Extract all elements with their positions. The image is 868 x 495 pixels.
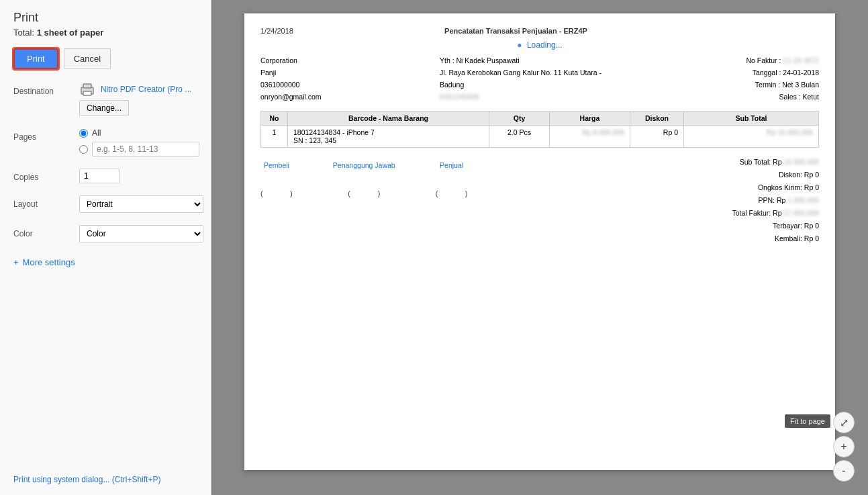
- info-right: No Faktur : 11-18-3672 Tanggal : 24-01-2…: [746, 55, 819, 103]
- phone: 0361000000: [260, 79, 322, 91]
- pages-all-option[interactable]: All: [79, 128, 199, 138]
- barcode-main: 180124134834 - iPhone 7: [293, 128, 483, 136]
- tanggal: Tanggal : 24-01-2018: [746, 67, 819, 79]
- print-button[interactable]: Print: [13, 48, 58, 69]
- move-icon: ⤢: [840, 416, 849, 429]
- preview-title: Pencatatan Transaksi Penjualan - ERZ4P: [293, 27, 738, 35]
- signatories: Pembeli ( ) Penanggung Jawab ( ): [260, 156, 468, 244]
- preview-panel: 1/24/2018 Pencatatan Transaksi Penjualan…: [211, 0, 868, 495]
- invoice-table: No Barcode - Nama Barang Qty Harga Disko…: [260, 111, 819, 148]
- pj-label: Penanggung Jawab: [333, 161, 395, 169]
- info-section: Corporation Panji 0361000000 onryon@gmai…: [260, 55, 819, 103]
- color-row: Color Color Black and white: [13, 225, 197, 242]
- copies-control: [79, 169, 197, 183]
- subtotal-row: Sub Total: Rp 16.000.000: [732, 156, 819, 169]
- kembali-row: Kembali: Rp 0: [732, 232, 819, 245]
- info-mid: Yth : Ni Kadek Puspawati Jl. Raya Kerobo…: [440, 55, 628, 103]
- table-row: 1 180124134834 - iPhone 7 SN : 123, 345 …: [261, 126, 819, 148]
- preview-header: 1/24/2018 Pencatatan Transaksi Penjualan…: [260, 27, 819, 35]
- summary-section: Pembeli ( ) Penanggung Jawab ( ): [260, 156, 819, 244]
- pembeli-parens: ( ): [260, 189, 293, 197]
- zoom-out-button[interactable]: -: [833, 460, 855, 482]
- destination-row: Destination Nitro PDF Creator (Pro ... C…: [13, 83, 197, 116]
- signatory-penjual: Penjual ( ): [436, 161, 468, 244]
- color-label: Color: [13, 225, 74, 238]
- address-blurred: 0361345609: [440, 91, 628, 103]
- plus-icon: +: [13, 257, 19, 267]
- zoom-controls: ⤢ + -: [833, 412, 855, 482]
- row-subtotal: Rp 16.000.000: [684, 126, 819, 148]
- zoom-out-icon: -: [842, 465, 845, 477]
- pages-custom-radio[interactable]: [79, 145, 88, 154]
- yth-label: Yth : Ni Kadek Puspawati: [440, 55, 628, 67]
- fit-to-page-tooltip: Fit to page: [785, 414, 830, 428]
- copies-row: Copies: [13, 169, 197, 183]
- terbayar-row: Terbayar: Rp 0: [732, 220, 819, 232]
- row-harga: Rp 8.000.000: [550, 126, 630, 148]
- svg-rect-2: [83, 91, 91, 95]
- zoom-in-icon: +: [840, 441, 847, 453]
- more-settings-label: More settings: [23, 257, 75, 267]
- pages-custom-option[interactable]: [79, 142, 199, 156]
- penjual-label: Penjual: [436, 161, 468, 169]
- color-select[interactable]: Color Black and white: [79, 225, 203, 242]
- pages-control: All: [79, 128, 199, 156]
- loading-dot: ●: [517, 40, 522, 50]
- zoom-in-button[interactable]: +: [833, 436, 855, 457]
- destination-control: Nitro PDF Creator (Pro ... Change...: [79, 83, 197, 116]
- row-qty: 2.0 Pcs: [489, 126, 550, 148]
- col-header-diskon: Diskon: [630, 111, 684, 126]
- copies-input[interactable]: [79, 169, 119, 183]
- action-buttons: Print Cancel: [13, 48, 197, 69]
- copies-label: Copies: [13, 169, 74, 182]
- destination-box: Nitro PDF Creator (Pro ...: [79, 83, 197, 96]
- address: Jl. Raya Kerobokan Gang Kalur No. 11 Kut…: [440, 67, 628, 91]
- page-preview: 1/24/2018 Pencatatan Transaksi Penjualan…: [244, 13, 835, 470]
- preview-date: 1/24/2018: [260, 27, 293, 35]
- printer-icon: [79, 83, 95, 96]
- company-line2: Panji: [260, 67, 322, 79]
- no-faktur: No Faktur : 11-18-3672: [746, 55, 819, 67]
- layout-select[interactable]: Portrait Landscape: [79, 195, 203, 213]
- row-no: 1: [261, 126, 288, 148]
- system-dialog-link[interactable]: Print using system dialog... (Ctrl+Shift…: [13, 475, 197, 484]
- totals-box: Sub Total: Rp 16.000.000 Diskon: Rp 0 On…: [732, 156, 819, 244]
- layout-control: Portrait Landscape: [79, 195, 203, 213]
- col-header-subtotal: Sub Total: [684, 111, 819, 126]
- page-range-input[interactable]: [92, 142, 199, 156]
- row-barcode: 180124134834 - iPhone 7 SN : 123, 345: [288, 126, 489, 148]
- fit-to-page-button[interactable]: ⤢: [833, 412, 855, 433]
- print-subtitle: Total: 1 sheet of paper: [13, 28, 197, 38]
- barcode-second: SN : 123, 345: [293, 136, 483, 144]
- svg-rect-1: [83, 84, 91, 88]
- destination-label: Destination: [13, 83, 74, 96]
- termin: Termin : Net 3 Bulan: [746, 79, 819, 91]
- pages-radio-group: All: [79, 128, 199, 156]
- loading-indicator: ● Loading...: [260, 40, 819, 50]
- col-header-harga: Harga: [550, 111, 630, 126]
- print-panel: Print Total: 1 sheet of paper Print Canc…: [0, 0, 211, 495]
- layout-row: Layout Portrait Landscape: [13, 195, 197, 213]
- loading-text: Loading...: [527, 40, 563, 50]
- pj-parens: ( ): [333, 189, 395, 197]
- ppn-row: PPN: Rp 1.000.000: [732, 194, 819, 207]
- company-name: Corporation: [260, 55, 322, 67]
- sales: Sales : Ketut: [746, 91, 819, 103]
- ongkos-row: Ongkos Kirim: Rp 0: [732, 181, 819, 194]
- color-control: Color Black and white: [79, 225, 203, 242]
- pages-row: Pages All: [13, 128, 197, 156]
- penjual-parens: ( ): [436, 189, 468, 197]
- col-header-barcode: Barcode - Nama Barang: [288, 111, 489, 126]
- more-settings-button[interactable]: + More settings: [13, 257, 197, 267]
- email: onryon@gmail.com: [260, 91, 322, 103]
- change-destination-button[interactable]: Change...: [79, 100, 129, 116]
- print-title: Print: [13, 11, 197, 25]
- cancel-button[interactable]: Cancel: [64, 48, 111, 69]
- col-header-no: No: [261, 111, 288, 126]
- info-left: Corporation Panji 0361000000 onryon@gmai…: [260, 55, 322, 103]
- pages-all-radio[interactable]: [79, 129, 88, 138]
- pages-all-label: All: [92, 128, 101, 138]
- signatory-pj: Penanggung Jawab ( ): [333, 161, 395, 244]
- col-header-qty: Qty: [489, 111, 550, 126]
- pages-label: Pages: [13, 128, 74, 142]
